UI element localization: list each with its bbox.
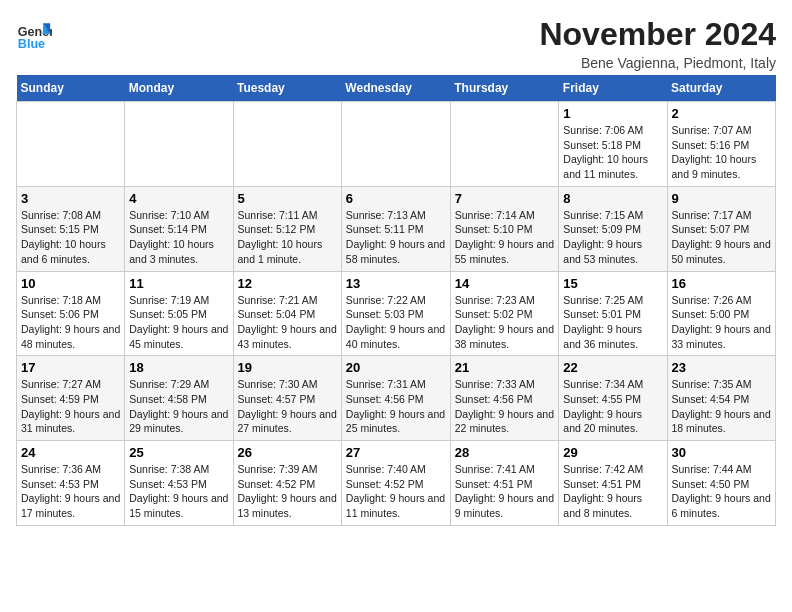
day-info: Sunrise: 7:31 AM Sunset: 4:56 PM Dayligh… bbox=[346, 377, 446, 436]
calendar-week-row: 1Sunrise: 7:06 AM Sunset: 5:18 PM Daylig… bbox=[17, 102, 776, 187]
day-info: Sunrise: 7:35 AM Sunset: 4:54 PM Dayligh… bbox=[672, 377, 772, 436]
logo-icon: General Blue bbox=[16, 16, 52, 52]
day-number: 10 bbox=[21, 276, 120, 291]
day-info: Sunrise: 7:15 AM Sunset: 5:09 PM Dayligh… bbox=[563, 208, 662, 267]
table-row: 7Sunrise: 7:14 AM Sunset: 5:10 PM Daylig… bbox=[450, 186, 559, 271]
calendar-week-row: 24Sunrise: 7:36 AM Sunset: 4:53 PM Dayli… bbox=[17, 441, 776, 526]
day-number: 8 bbox=[563, 191, 662, 206]
location-subtitle: Bene Vagienna, Piedmont, Italy bbox=[539, 55, 776, 71]
day-info: Sunrise: 7:10 AM Sunset: 5:14 PM Dayligh… bbox=[129, 208, 228, 267]
day-number: 7 bbox=[455, 191, 555, 206]
col-sunday: Sunday bbox=[17, 75, 125, 102]
table-row: 14Sunrise: 7:23 AM Sunset: 5:02 PM Dayli… bbox=[450, 271, 559, 356]
day-info: Sunrise: 7:34 AM Sunset: 4:55 PM Dayligh… bbox=[563, 377, 662, 436]
day-info: Sunrise: 7:41 AM Sunset: 4:51 PM Dayligh… bbox=[455, 462, 555, 521]
table-row: 21Sunrise: 7:33 AM Sunset: 4:56 PM Dayli… bbox=[450, 356, 559, 441]
day-number: 30 bbox=[672, 445, 772, 460]
day-info: Sunrise: 7:38 AM Sunset: 4:53 PM Dayligh… bbox=[129, 462, 228, 521]
day-number: 28 bbox=[455, 445, 555, 460]
month-year-title: November 2024 bbox=[539, 16, 776, 53]
day-number: 1 bbox=[563, 106, 662, 121]
table-row: 22Sunrise: 7:34 AM Sunset: 4:55 PM Dayli… bbox=[559, 356, 667, 441]
day-info: Sunrise: 7:29 AM Sunset: 4:58 PM Dayligh… bbox=[129, 377, 228, 436]
day-number: 14 bbox=[455, 276, 555, 291]
day-info: Sunrise: 7:40 AM Sunset: 4:52 PM Dayligh… bbox=[346, 462, 446, 521]
calendar-table: Sunday Monday Tuesday Wednesday Thursday… bbox=[16, 75, 776, 526]
day-info: Sunrise: 7:06 AM Sunset: 5:18 PM Dayligh… bbox=[563, 123, 662, 182]
day-info: Sunrise: 7:17 AM Sunset: 5:07 PM Dayligh… bbox=[672, 208, 772, 267]
day-number: 21 bbox=[455, 360, 555, 375]
day-number: 25 bbox=[129, 445, 228, 460]
day-number: 18 bbox=[129, 360, 228, 375]
day-info: Sunrise: 7:14 AM Sunset: 5:10 PM Dayligh… bbox=[455, 208, 555, 267]
table-row: 26Sunrise: 7:39 AM Sunset: 4:52 PM Dayli… bbox=[233, 441, 341, 526]
table-row: 19Sunrise: 7:30 AM Sunset: 4:57 PM Dayli… bbox=[233, 356, 341, 441]
day-info: Sunrise: 7:39 AM Sunset: 4:52 PM Dayligh… bbox=[238, 462, 337, 521]
day-info: Sunrise: 7:23 AM Sunset: 5:02 PM Dayligh… bbox=[455, 293, 555, 352]
calendar-week-row: 10Sunrise: 7:18 AM Sunset: 5:06 PM Dayli… bbox=[17, 271, 776, 356]
table-row: 17Sunrise: 7:27 AM Sunset: 4:59 PM Dayli… bbox=[17, 356, 125, 441]
day-number: 4 bbox=[129, 191, 228, 206]
day-number: 16 bbox=[672, 276, 772, 291]
day-number: 24 bbox=[21, 445, 120, 460]
table-row: 5Sunrise: 7:11 AM Sunset: 5:12 PM Daylig… bbox=[233, 186, 341, 271]
calendar-week-row: 3Sunrise: 7:08 AM Sunset: 5:15 PM Daylig… bbox=[17, 186, 776, 271]
day-info: Sunrise: 7:33 AM Sunset: 4:56 PM Dayligh… bbox=[455, 377, 555, 436]
col-monday: Monday bbox=[125, 75, 233, 102]
day-number: 27 bbox=[346, 445, 446, 460]
table-row: 24Sunrise: 7:36 AM Sunset: 4:53 PM Dayli… bbox=[17, 441, 125, 526]
day-info: Sunrise: 7:36 AM Sunset: 4:53 PM Dayligh… bbox=[21, 462, 120, 521]
table-row bbox=[341, 102, 450, 187]
table-row: 18Sunrise: 7:29 AM Sunset: 4:58 PM Dayli… bbox=[125, 356, 233, 441]
table-row: 30Sunrise: 7:44 AM Sunset: 4:50 PM Dayli… bbox=[667, 441, 776, 526]
table-row: 4Sunrise: 7:10 AM Sunset: 5:14 PM Daylig… bbox=[125, 186, 233, 271]
day-info: Sunrise: 7:18 AM Sunset: 5:06 PM Dayligh… bbox=[21, 293, 120, 352]
col-friday: Friday bbox=[559, 75, 667, 102]
day-info: Sunrise: 7:25 AM Sunset: 5:01 PM Dayligh… bbox=[563, 293, 662, 352]
day-info: Sunrise: 7:08 AM Sunset: 5:15 PM Dayligh… bbox=[21, 208, 120, 267]
day-number: 12 bbox=[238, 276, 337, 291]
day-info: Sunrise: 7:26 AM Sunset: 5:00 PM Dayligh… bbox=[672, 293, 772, 352]
day-info: Sunrise: 7:13 AM Sunset: 5:11 PM Dayligh… bbox=[346, 208, 446, 267]
table-row bbox=[233, 102, 341, 187]
day-number: 29 bbox=[563, 445, 662, 460]
table-row bbox=[125, 102, 233, 187]
title-block: November 2024 Bene Vagienna, Piedmont, I… bbox=[539, 16, 776, 71]
table-row: 16Sunrise: 7:26 AM Sunset: 5:00 PM Dayli… bbox=[667, 271, 776, 356]
logo: General Blue bbox=[16, 16, 52, 52]
table-row: 13Sunrise: 7:22 AM Sunset: 5:03 PM Dayli… bbox=[341, 271, 450, 356]
day-number: 3 bbox=[21, 191, 120, 206]
col-tuesday: Tuesday bbox=[233, 75, 341, 102]
day-number: 11 bbox=[129, 276, 228, 291]
col-saturday: Saturday bbox=[667, 75, 776, 102]
table-row: 2Sunrise: 7:07 AM Sunset: 5:16 PM Daylig… bbox=[667, 102, 776, 187]
day-info: Sunrise: 7:07 AM Sunset: 5:16 PM Dayligh… bbox=[672, 123, 772, 182]
day-number: 9 bbox=[672, 191, 772, 206]
day-number: 20 bbox=[346, 360, 446, 375]
table-row bbox=[450, 102, 559, 187]
table-row: 6Sunrise: 7:13 AM Sunset: 5:11 PM Daylig… bbox=[341, 186, 450, 271]
table-row: 1Sunrise: 7:06 AM Sunset: 5:18 PM Daylig… bbox=[559, 102, 667, 187]
table-row: 29Sunrise: 7:42 AM Sunset: 4:51 PM Dayli… bbox=[559, 441, 667, 526]
table-row: 15Sunrise: 7:25 AM Sunset: 5:01 PM Dayli… bbox=[559, 271, 667, 356]
day-number: 22 bbox=[563, 360, 662, 375]
day-info: Sunrise: 7:27 AM Sunset: 4:59 PM Dayligh… bbox=[21, 377, 120, 436]
day-number: 15 bbox=[563, 276, 662, 291]
day-number: 19 bbox=[238, 360, 337, 375]
table-row: 8Sunrise: 7:15 AM Sunset: 5:09 PM Daylig… bbox=[559, 186, 667, 271]
svg-text:Blue: Blue bbox=[18, 37, 45, 51]
day-number: 26 bbox=[238, 445, 337, 460]
table-row: 10Sunrise: 7:18 AM Sunset: 5:06 PM Dayli… bbox=[17, 271, 125, 356]
day-info: Sunrise: 7:19 AM Sunset: 5:05 PM Dayligh… bbox=[129, 293, 228, 352]
day-info: Sunrise: 7:42 AM Sunset: 4:51 PM Dayligh… bbox=[563, 462, 662, 521]
days-header-row: Sunday Monday Tuesday Wednesday Thursday… bbox=[17, 75, 776, 102]
table-row: 25Sunrise: 7:38 AM Sunset: 4:53 PM Dayli… bbox=[125, 441, 233, 526]
table-row: 9Sunrise: 7:17 AM Sunset: 5:07 PM Daylig… bbox=[667, 186, 776, 271]
table-row: 12Sunrise: 7:21 AM Sunset: 5:04 PM Dayli… bbox=[233, 271, 341, 356]
day-number: 13 bbox=[346, 276, 446, 291]
day-number: 23 bbox=[672, 360, 772, 375]
col-thursday: Thursday bbox=[450, 75, 559, 102]
table-row: 23Sunrise: 7:35 AM Sunset: 4:54 PM Dayli… bbox=[667, 356, 776, 441]
table-row: 20Sunrise: 7:31 AM Sunset: 4:56 PM Dayli… bbox=[341, 356, 450, 441]
day-info: Sunrise: 7:21 AM Sunset: 5:04 PM Dayligh… bbox=[238, 293, 337, 352]
